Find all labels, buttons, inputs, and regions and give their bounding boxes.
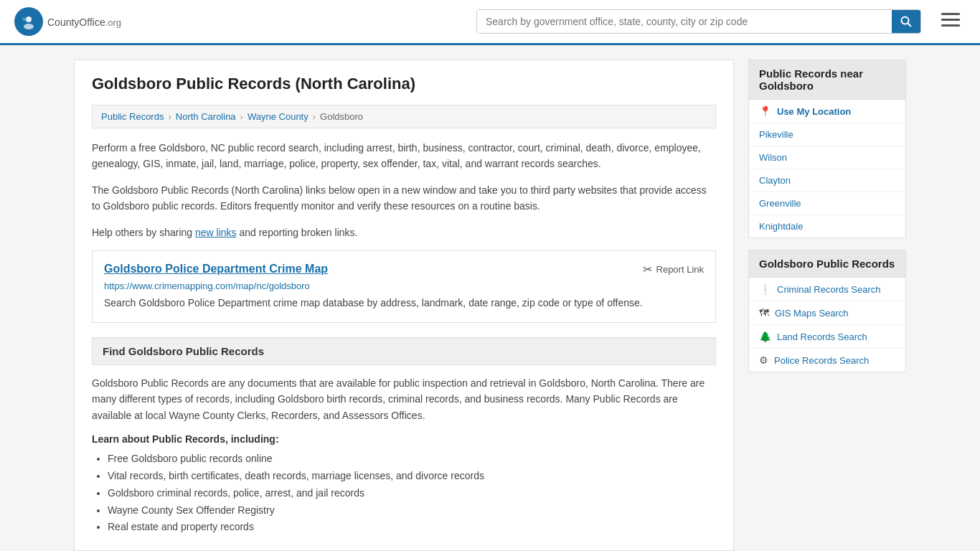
main-container: Goldsboro Public Records (North Carolina… [60, 45, 920, 551]
goldsboro-records-header: Goldsboro Public Records [749, 250, 905, 278]
breadcrumb-current: Goldsboro [320, 111, 363, 122]
logo-text: CountyOffice.org [47, 14, 121, 29]
gis-maps-item[interactable]: 🗺 GIS Maps Search [749, 301, 905, 325]
sidebar: Public Records near Goldsboro 📍 Use My L… [748, 60, 906, 551]
find-section-header: Find Goldsboro Public Records [92, 337, 716, 365]
search-bar [476, 9, 921, 34]
find-section-title: Find Goldsboro Public Records [103, 345, 705, 357]
breadcrumb-sep-3: › [313, 111, 316, 122]
svg-point-2 [24, 24, 34, 29]
location-icon: 📍 [759, 105, 771, 117]
find-section-body: Goldsboro Public Records are any documen… [92, 375, 716, 423]
nearby-records-box: Public Records near Goldsboro 📍 Use My L… [748, 60, 906, 238]
use-my-location-link[interactable]: Use My Location [777, 106, 851, 117]
intro-paragraph-3: Help others by sharing new links and rep… [92, 225, 716, 240]
learn-title: Learn about Public Records, including: [92, 433, 716, 445]
intro-paragraph-1: Perform a free Goldsboro, NC public reco… [92, 140, 716, 172]
crime-map-description: Search Goldsboro Police Department crime… [104, 296, 704, 311]
criminal-records-link[interactable]: Criminal Records Search [777, 284, 881, 295]
logo-icon [14, 7, 43, 36]
svg-line-5 [908, 24, 912, 27]
hamburger-menu-button[interactable] [936, 7, 966, 36]
learn-bullets: Free Goldsboro public records online Vit… [92, 451, 716, 536]
search-button[interactable] [892, 10, 920, 33]
breadcrumb-link-public-records[interactable]: Public Records [101, 111, 164, 122]
page-title: Goldsboro Public Records (North Carolina… [92, 75, 716, 93]
svg-rect-6 [941, 13, 960, 15]
land-icon: 🌲 [759, 331, 771, 342]
police-icon: ⚙ [759, 354, 768, 366]
breadcrumb: Public Records › North Carolina › Wayne … [92, 105, 716, 128]
svg-point-1 [26, 17, 32, 22]
svg-rect-7 [941, 19, 960, 21]
report-link-button[interactable]: ✂ Report Link [643, 263, 704, 276]
use-my-location-item[interactable]: 📍 Use My Location [749, 100, 905, 123]
crime-map-header: Goldsboro Police Department Crime Map ✂ … [104, 263, 704, 276]
intro-text-3-suffix: and reporting broken links. [237, 227, 358, 238]
scissors-icon: ✂ [643, 263, 652, 276]
land-records-item[interactable]: 🌲 Land Records Search [749, 325, 905, 349]
bullet-item-3: Goldsboro criminal records, police, arre… [108, 485, 716, 502]
new-links-link[interactable]: new links [195, 227, 237, 238]
police-records-item[interactable]: ⚙ Police Records Search [749, 349, 905, 372]
svg-rect-8 [941, 24, 960, 27]
gis-maps-link[interactable]: GIS Maps Search [775, 308, 849, 319]
search-icon [900, 16, 912, 27]
logo[interactable]: CountyOffice.org [14, 7, 121, 36]
criminal-records-item[interactable]: ❕ Criminal Records Search [749, 278, 905, 301]
nearby-link-greenville[interactable]: Greenville [749, 192, 905, 215]
nearby-records-header: Public Records near Goldsboro [749, 60, 905, 100]
pikeville-link[interactable]: Pikeville [759, 129, 793, 140]
bullet-item-1: Free Goldsboro public records online [108, 451, 716, 468]
breadcrumb-sep-1: › [168, 111, 171, 122]
crime-map-url[interactable]: https://www.crimemapping.com/map/nc/gold… [104, 281, 704, 291]
intro-text-3-prefix: Help others by sharing [92, 227, 195, 238]
nearby-link-pikeville[interactable]: Pikeville [749, 123, 905, 146]
site-header: CountyOffice.org [0, 0, 980, 45]
breadcrumb-link-wayne-county[interactable]: Wayne County [248, 111, 308, 122]
greenville-link[interactable]: Greenville [759, 198, 801, 209]
content-area: Goldsboro Public Records (North Carolina… [74, 60, 734, 551]
criminal-icon: ❕ [759, 283, 771, 295]
breadcrumb-sep-2: › [240, 111, 243, 122]
police-records-link[interactable]: Police Records Search [774, 355, 869, 366]
clayton-link[interactable]: Clayton [759, 175, 791, 186]
intro-paragraph-2: The Goldsboro Public Records (North Caro… [92, 182, 716, 215]
knightdale-link[interactable]: Knightdale [759, 221, 803, 232]
nearby-link-wilson[interactable]: Wilson [749, 146, 905, 169]
nearby-link-knightdale[interactable]: Knightdale [749, 215, 905, 237]
search-input[interactable] [477, 10, 892, 33]
bullet-item-2: Vital records, birth certificates, death… [108, 468, 716, 485]
bullet-item-4: Wayne County Sex Offender Registry [108, 502, 716, 519]
svg-point-3 [23, 18, 27, 22]
breadcrumb-link-north-carolina[interactable]: North Carolina [176, 111, 236, 122]
hamburger-icon [941, 13, 960, 27]
crime-map-title[interactable]: Goldsboro Police Department Crime Map [104, 263, 328, 276]
wilson-link[interactable]: Wilson [759, 152, 787, 163]
gis-icon: 🗺 [759, 307, 769, 319]
crime-map-section: Goldsboro Police Department Crime Map ✂ … [92, 250, 716, 323]
land-records-link[interactable]: Land Records Search [777, 331, 867, 342]
goldsboro-records-box: Goldsboro Public Records ❕ Criminal Reco… [748, 250, 906, 372]
svg-point-4 [902, 17, 909, 24]
report-link-label: Report Link [656, 264, 704, 275]
nearby-link-clayton[interactable]: Clayton [749, 169, 905, 192]
bullet-item-5: Real estate and property records [108, 519, 716, 536]
